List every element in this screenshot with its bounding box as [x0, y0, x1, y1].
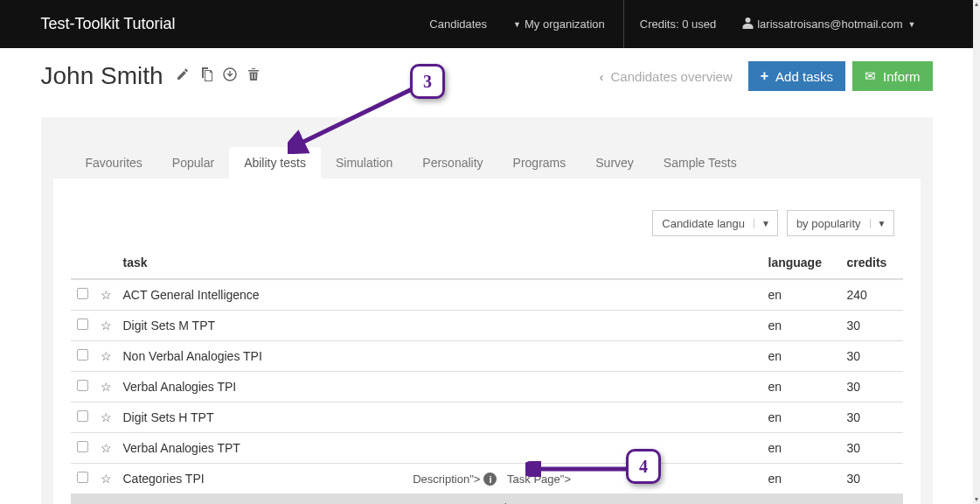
tab-programs[interactable]: Programs	[498, 147, 581, 178]
annotation-arrow-3	[288, 84, 417, 154]
sort-select-value: by popularity	[796, 217, 861, 230]
task-credits-cell: 30	[842, 402, 903, 433]
svg-line-1	[296, 89, 412, 145]
task-name-cell[interactable]: Non Verbal Analogies TPI	[118, 341, 763, 372]
nav-my-org-label: My organization	[525, 18, 605, 31]
nav-user-menu[interactable]: larissatroisans@hotmail.com ▼	[729, 0, 932, 48]
tab-personality[interactable]: Personality	[407, 147, 497, 178]
favourite-star-icon[interactable]: ☆	[101, 288, 112, 302]
col-language[interactable]: language	[763, 248, 842, 279]
tasks-table: task language credits ☆ACT General Intel…	[71, 248, 903, 504]
page-title: John Smith	[41, 62, 163, 90]
task-language-cell: en	[763, 464, 842, 494]
title-actions	[176, 67, 260, 85]
tab-list: Favourites Popular Ability tests Simulat…	[53, 130, 921, 178]
favourite-star-icon[interactable]: ☆	[101, 318, 112, 332]
app-brand[interactable]: Test-Toolkit Tutorial	[41, 15, 176, 33]
language-select-value: Candidate langu	[662, 217, 745, 230]
table-row: ☆Non Verbal Analogies TPIen30	[71, 341, 903, 372]
scroll-down-icon[interactable]: ▾	[973, 495, 980, 504]
task-language-cell: en	[763, 279, 842, 311]
task-name-cell[interactable]: Categories TPI Description">i Task Page"…	[118, 464, 763, 494]
page-header: John Smith	[41, 61, 933, 91]
chevron-down-icon: ▼	[513, 20, 521, 29]
chevron-down-icon: ▼	[870, 219, 886, 228]
row-checkbox[interactable]	[77, 380, 88, 391]
nav-candidates[interactable]: Candidates	[416, 0, 500, 48]
task-credits-cell: 30	[842, 433, 903, 464]
task-credits-cell: 30	[842, 464, 903, 494]
table-row: ☆Digit Sets H TPTen30	[71, 402, 903, 433]
task-name-cell[interactable]: Verbal Analogies TPI	[118, 372, 763, 402]
edit-icon[interactable]	[176, 67, 190, 85]
sort-select[interactable]: by popularity ▼	[787, 210, 894, 236]
download-icon[interactable]	[223, 67, 237, 85]
tab-favourites[interactable]: Favourites	[71, 147, 157, 178]
chevron-left-icon: ‹	[600, 69, 604, 84]
plus-icon: +	[761, 68, 768, 84]
col-credits[interactable]: credits	[842, 248, 903, 279]
task-language-cell: en	[763, 433, 842, 464]
nav-user-label: larissatroisans@hotmail.com	[757, 18, 902, 31]
main-panel: Favourites Popular Ability tests Simulat…	[41, 117, 933, 504]
tab-popular[interactable]: Popular	[157, 147, 229, 178]
tab-survey[interactable]: Survey	[580, 147, 649, 178]
annotation-arrow-4	[525, 461, 630, 477]
filters-row: Candidate langu ▼ by popularity ▼	[71, 210, 903, 236]
description-hint[interactable]: Description">i	[413, 472, 497, 486]
table-row: ☆ACT General Intelligenceen240	[71, 279, 903, 311]
nav-credits[interactable]: Credits: 0 used	[623, 0, 729, 48]
task-language-cell: en	[763, 311, 842, 341]
chevron-down-icon: ▼	[754, 219, 770, 228]
favourite-star-icon[interactable]: ☆	[101, 441, 112, 455]
task-credits-cell: 240	[842, 279, 903, 311]
scroll-viewport[interactable]: Test-Toolkit Tutorial Candidates ▼ My or…	[0, 0, 973, 504]
top-nav: Candidates ▼ My organization Credits: 0 …	[416, 0, 932, 48]
task-name-cell[interactable]: Verbal Analogies TPT	[118, 433, 763, 464]
add-tasks-button[interactable]: + Add tasks	[748, 61, 845, 91]
table-row: ☆Categories TPI Description">i Task Page…	[71, 464, 903, 494]
favourite-star-icon[interactable]: ☆	[101, 349, 112, 363]
task-credits-cell: 30	[842, 372, 903, 402]
inform-button[interactable]: ✉ Inform	[852, 61, 933, 91]
task-name-cell[interactable]: Digit Sets M TPT	[118, 311, 763, 341]
row-checkbox[interactable]	[77, 441, 88, 452]
task-language-cell: en	[763, 402, 842, 433]
envelope-icon: ✉	[865, 68, 876, 84]
scroll-up-icon[interactable]: ▴	[973, 0, 980, 9]
task-name-cell[interactable]: ACT General Intelligence	[118, 279, 763, 311]
row-checkbox[interactable]	[77, 472, 88, 483]
table-row: ☆Verbal Analogies TPIen30	[71, 372, 903, 402]
row-checkbox[interactable]	[77, 349, 88, 360]
task-language-cell: en	[763, 341, 842, 372]
tab-content: Candidate langu ▼ by popularity ▼ task l…	[53, 178, 921, 504]
nav-my-organization[interactable]: ▼ My organization	[500, 0, 618, 48]
table-row: ☆Digit Sets M TPTen30	[71, 311, 903, 341]
outer-scrollbar[interactable]	[973, 0, 980, 504]
tab-sample-tests[interactable]: Sample Tests	[649, 147, 752, 178]
task-language-cell: en	[763, 372, 842, 402]
favourite-star-icon[interactable]: ☆	[101, 380, 112, 394]
top-bar: Test-Toolkit Tutorial Candidates ▼ My or…	[0, 0, 973, 48]
task-credits-cell: 30	[842, 341, 903, 372]
copy-icon[interactable]	[200, 67, 212, 85]
row-checkbox[interactable]	[77, 410, 88, 422]
task-name-cell[interactable]: Digit Sets H TPT	[118, 402, 763, 433]
favourite-star-icon[interactable]: ☆	[101, 472, 112, 486]
favourite-star-icon[interactable]: ☆	[101, 410, 112, 424]
row-checkbox[interactable]	[77, 288, 88, 299]
col-task[interactable]: task	[118, 248, 763, 279]
annotation-callout-4: 4	[626, 449, 661, 484]
task-credits-cell: 30	[842, 311, 903, 341]
candidate-language-select[interactable]: Candidate langu ▼	[652, 210, 778, 236]
back-link-label: Candidates overview	[611, 69, 733, 84]
trash-icon[interactable]	[247, 67, 260, 85]
info-icon: i	[483, 472, 497, 486]
row-checkbox[interactable]	[77, 318, 88, 330]
chevron-down-icon: ▼	[908, 20, 916, 29]
more-tasks-button[interactable]: ↓ More tasks ↓	[71, 494, 903, 505]
back-to-candidates-link[interactable]: ‹ Candidates overview	[600, 69, 733, 84]
user-icon	[742, 17, 754, 32]
inform-label: Inform	[883, 69, 921, 84]
annotation-callout-3: 3	[410, 64, 445, 99]
